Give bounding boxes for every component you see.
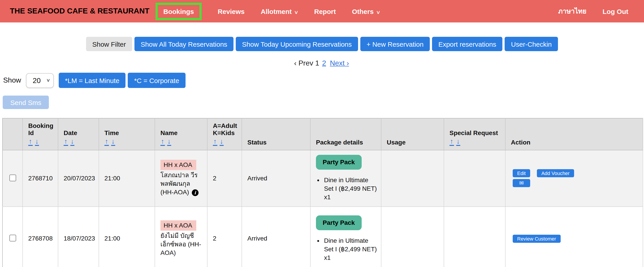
- package-details-cell: Party Pack Dine in Ultimate Set I (฿2,49…: [310, 150, 381, 207]
- corporate-legend-button[interactable]: *C = Corporate: [128, 73, 186, 88]
- checkbox-cell: [2, 207, 23, 267]
- action-cell: Review Customer: [505, 207, 643, 267]
- add-voucher-button[interactable]: Add Voucher: [537, 169, 574, 177]
- header-booking-id: Booking Id ↑↓: [23, 118, 58, 150]
- package-details-cell: Party Pack Dine in Ultimate Set I (฿2,49…: [310, 207, 381, 267]
- toolbar: Show Filter Show All Today Reservations …: [0, 37, 644, 51]
- brand-title[interactable]: THE SEAFOOD CAFE & RESTAURANT: [10, 7, 150, 16]
- review-customer-button[interactable]: Review Customer: [513, 235, 561, 243]
- package-item: Dine in Ultimate Set I (฿2,499 NET) x1: [324, 236, 377, 262]
- next-page-link[interactable]: Next ›: [330, 59, 349, 67]
- nav-item-bookings[interactable]: Bookings: [163, 8, 194, 15]
- sort-asc-icon[interactable]: ↑: [213, 138, 217, 146]
- user-checkin-button[interactable]: User-Checkin: [505, 37, 558, 51]
- name-cell: HH x AOA ยังไม่มี บัญชีเอ็กซ์พลอ (HH-AOA…: [155, 207, 207, 267]
- package-items: Dine in Ultimate Set I (฿2,499 NET) x1: [316, 176, 377, 201]
- last-minute-legend-button[interactable]: *LM = Last Minute: [59, 73, 126, 88]
- date-cell: 20/07/2023: [58, 150, 99, 207]
- usage-cell: [381, 207, 444, 267]
- nav-item-reviews[interactable]: Reviews: [218, 8, 244, 15]
- header-package-details: Package details: [310, 118, 381, 150]
- adult-kids-cell: 2: [207, 207, 242, 267]
- page-size-select-wrap: 20 ∨: [26, 73, 54, 88]
- date-cell: 18/07/2023: [58, 207, 99, 267]
- nav-item-allotment[interactable]: Allotment∨: [261, 8, 298, 15]
- nav-items: Bookings Reviews Allotment∨ Report Other…: [156, 3, 380, 20]
- table-row: 2768710 20/07/2023 21:00 HH x AOA โสภณปา…: [2, 150, 643, 207]
- controls-row: Show 20 ∨ *LM = Last Minute *C = Corpora…: [0, 73, 644, 88]
- header-special-request: Special Request ↑↓: [444, 118, 505, 150]
- sort-desc-icon[interactable]: ↓: [456, 138, 460, 146]
- nav-item-logout[interactable]: Log Out: [602, 8, 628, 15]
- time-cell: 21:00: [99, 207, 155, 267]
- bookings-table-wrap: Booking Id ↑↓ Date ↑↓ Time ↑↓ Name ↑↓: [2, 118, 643, 267]
- bookings-page: THE SEAFOOD CAFE & RESTAURANT Bookings R…: [0, 0, 644, 267]
- sort-asc-icon[interactable]: ↑: [160, 138, 165, 146]
- sort-asc-icon[interactable]: ↑: [450, 138, 454, 146]
- info-icon[interactable]: i: [192, 189, 198, 196]
- special-request-cell: [444, 150, 505, 207]
- table-body: 2768710 20/07/2023 21:00 HH x AOA โสภณปา…: [2, 150, 643, 267]
- sort-asc-icon[interactable]: ↑: [104, 138, 109, 146]
- nav-right: ภาษาไทย Log Out: [558, 6, 628, 17]
- chevron-down-icon: ∨: [376, 9, 380, 15]
- nav-item-thai-language[interactable]: ภาษาไทย: [558, 6, 586, 17]
- navbar: THE SEAFOOD CAFE & RESTAURANT Bookings R…: [0, 0, 644, 23]
- table-header: Booking Id ↑↓ Date ↑↓ Time ↑↓ Name ↑↓: [2, 118, 643, 150]
- edit-button[interactable]: Edit: [513, 169, 530, 177]
- sort-desc-icon[interactable]: ↓: [111, 138, 115, 146]
- export-reservations-button[interactable]: Export reservations: [432, 37, 502, 51]
- header-name: Name ↑↓: [155, 118, 207, 150]
- bookings-table: Booking Id ↑↓ Date ↑↓ Time ↑↓ Name ↑↓: [2, 118, 643, 267]
- current-page: 1: [315, 59, 319, 67]
- show-label: Show: [3, 76, 21, 84]
- show-all-today-button[interactable]: Show All Today Reservations: [134, 37, 234, 51]
- sort-asc-icon[interactable]: ↑: [28, 138, 32, 146]
- new-reservation-button[interactable]: + New Reservation: [360, 37, 430, 51]
- header-status: Status: [242, 118, 310, 150]
- status-cell: Arrived: [242, 150, 310, 207]
- send-sms-button[interactable]: Send Sms: [3, 96, 49, 109]
- header-checkbox-column: [2, 118, 23, 150]
- sort-asc-icon[interactable]: ↑: [64, 138, 68, 146]
- sort-desc-icon[interactable]: ↓: [70, 138, 74, 146]
- booking-id-cell: 2768710: [23, 150, 58, 207]
- bookings-highlight-box: Bookings: [156, 3, 202, 20]
- special-request-cell: [444, 207, 505, 267]
- nav-item-report[interactable]: Report: [314, 8, 336, 15]
- header-adult-kids: A=Adult K=Kids ↑↓: [207, 118, 242, 150]
- header-date: Date ↑↓: [58, 118, 99, 150]
- guest-name: ยังไม่มี บัญชีเอ็กซ์พลอ (HH-AOA): [160, 232, 201, 256]
- chevron-down-icon: ∨: [294, 9, 298, 15]
- usage-cell: [381, 150, 444, 207]
- action-cell: EditAdd Voucher✉: [505, 150, 643, 207]
- time-cell: 21:00: [99, 150, 155, 207]
- row-checkbox[interactable]: [10, 175, 16, 181]
- sort-desc-icon[interactable]: ↓: [167, 138, 171, 146]
- package-badge: Party Pack: [316, 155, 362, 170]
- row-checkbox[interactable]: [10, 235, 16, 242]
- header-action: Action: [505, 118, 643, 150]
- status-cell: Arrived: [242, 207, 310, 267]
- package-item: Dine in Ultimate Set I (฿2,499 NET) x1: [324, 176, 377, 201]
- name-tag: HH x AOA: [160, 220, 196, 231]
- nav-item-others[interactable]: Others∨: [352, 8, 380, 15]
- page-2-link[interactable]: 2: [322, 59, 326, 67]
- show-today-upcoming-button[interactable]: Show Today Upcoming Reservations: [236, 37, 358, 51]
- name-tag: HH x AOA: [160, 160, 196, 170]
- name-cell: HH x AOA โสภณปาล วีรพลพัฒนกุล (HH-AOA)i: [155, 150, 207, 207]
- header-time: Time ↑↓: [99, 118, 155, 150]
- package-items: Dine in Ultimate Set I (฿2,499 NET) x1: [316, 236, 377, 262]
- show-filter-button[interactable]: Show Filter: [86, 37, 132, 51]
- prev-page-link: ‹ Prev: [294, 59, 313, 67]
- sort-desc-icon[interactable]: ↓: [219, 138, 224, 146]
- adult-kids-cell: 2: [207, 150, 242, 207]
- table-row: 2768708 18/07/2023 21:00 HH x AOA ยังไม่…: [2, 207, 643, 267]
- email-button[interactable]: ✉: [513, 179, 530, 187]
- pagination: ‹ Prev 1 2 Next ›: [0, 59, 644, 67]
- sort-desc-icon[interactable]: ↓: [35, 138, 39, 146]
- header-usage: Usage: [381, 118, 444, 150]
- page-size-select[interactable]: 20: [26, 73, 54, 88]
- package-badge: Party Pack: [316, 215, 362, 230]
- checkbox-cell: [2, 150, 23, 207]
